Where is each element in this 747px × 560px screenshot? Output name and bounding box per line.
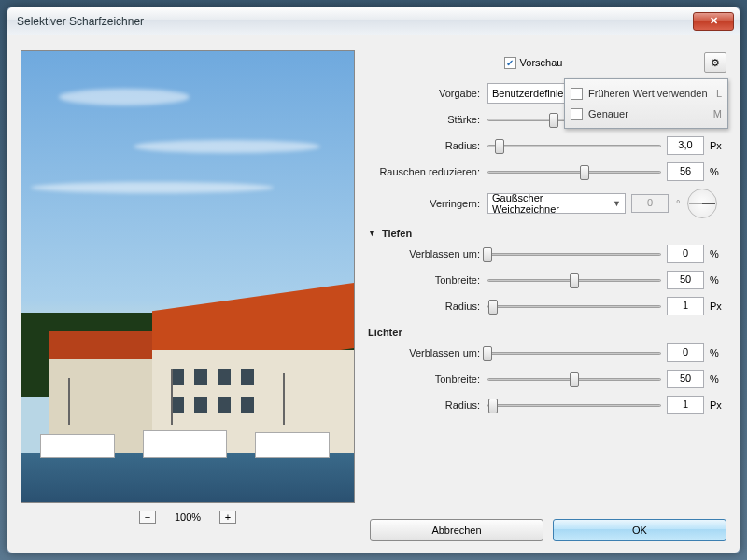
dialog-content: − 100% + ✔ Vorschau ⚙ Früheren Wert verw…: [7, 35, 740, 553]
preview-pane: − 100% +: [21, 50, 355, 539]
close-icon: ✕: [710, 15, 718, 27]
zoom-level: 100%: [175, 511, 201, 523]
popup-label-2: Genauer: [588, 108, 628, 119]
noise-label: Rauschen reduzieren:: [368, 166, 482, 177]
preview-checkbox-label: Vorschau: [520, 57, 563, 68]
angle-input[interactable]: 0: [631, 194, 669, 213]
shadows-fade-label: Verblassen um:: [368, 248, 482, 259]
zoom-bar: − 100% +: [139, 511, 236, 524]
angle-dial[interactable]: [687, 189, 717, 218]
ok-label: OK: [632, 525, 647, 536]
popup-checkbox-1[interactable]: [571, 88, 583, 100]
highlights-fade-unit: %: [710, 347, 726, 358]
radius-slider[interactable]: [487, 137, 661, 154]
shadows-fade-input[interactable]: 0: [667, 245, 704, 263]
highlights-tonal-unit: %: [710, 373, 726, 385]
collapse-icon: ▼: [368, 229, 376, 238]
shadows-radius-input[interactable]: 1: [667, 297, 704, 315]
preset-value: Benutzerdefiniert: [492, 88, 570, 99]
highlights-radius-label: Radius:: [368, 399, 482, 411]
highlights-fade-input[interactable]: 0: [667, 343, 704, 362]
highlights-radius-unit: Px: [710, 399, 726, 411]
popup-item-more-accurate[interactable]: Genauer M: [571, 104, 722, 124]
gear-icon: ⚙: [711, 57, 720, 69]
zoom-out-button[interactable]: −: [139, 511, 156, 524]
noise-slider[interactable]: [487, 163, 661, 180]
popup-key-1: L: [716, 88, 722, 99]
zoom-in-button[interactable]: +: [219, 511, 236, 524]
ok-button[interactable]: OK: [553, 519, 726, 541]
settings-popup: Früheren Wert verwenden L Genauer M: [564, 78, 728, 129]
cancel-button[interactable]: Abbrechen: [370, 519, 543, 541]
highlights-tonal-slider[interactable]: [487, 371, 661, 387]
shadows-radius-unit: Px: [710, 301, 726, 312]
controls-pane: ✔ Vorschau ⚙ Früheren Wert verwenden L G…: [368, 50, 726, 539]
dialog-footer: Abbrechen OK: [370, 519, 726, 541]
reduce-dropdown[interactable]: Gaußscher Weichzeichner ▼: [487, 193, 626, 214]
reduce-label: Verringern:: [368, 198, 482, 209]
popup-key-2: M: [713, 108, 722, 119]
highlights-fade-label: Verblassen um:: [368, 347, 482, 358]
shadows-tonal-input[interactable]: 50: [667, 271, 704, 289]
degree-symbol: °: [676, 198, 680, 209]
noise-input[interactable]: 56: [667, 162, 704, 181]
radius-label: Radius:: [368, 140, 482, 151]
cancel-label: Abbrechen: [431, 525, 481, 536]
shadows-fade-slider[interactable]: [487, 245, 661, 262]
highlights-radius-slider[interactable]: [487, 397, 661, 413]
close-button[interactable]: ✕: [693, 12, 734, 31]
radius-unit: Px: [710, 140, 726, 151]
preset-label: Vorgabe:: [368, 88, 482, 99]
highlights-radius-input[interactable]: 1: [667, 396, 704, 414]
dialog-window: Selektiver Scharfzeichner ✕: [7, 7, 740, 553]
highlights-tonal-input[interactable]: 50: [667, 370, 704, 388]
noise-unit: %: [710, 166, 726, 177]
preview-image[interactable]: [21, 50, 355, 503]
shadows-section-header[interactable]: ▼ Tiefen: [368, 228, 726, 239]
popup-checkbox-2[interactable]: [571, 108, 583, 120]
shadows-radius-label: Radius:: [368, 301, 482, 312]
highlights-title: Lichter: [368, 327, 402, 338]
shadows-tonal-unit: %: [710, 274, 726, 286]
shadows-fade-unit: %: [710, 248, 726, 259]
window-title: Selektiver Scharfzeichner: [17, 15, 693, 28]
radius-input[interactable]: 3,0: [667, 136, 704, 155]
shadows-title: Tiefen: [382, 228, 412, 239]
reduce-value: Gaußscher Weichzeichner: [492, 192, 613, 215]
highlights-tonal-label: Tonbreite:: [368, 373, 482, 385]
shadows-tonal-slider[interactable]: [487, 272, 661, 288]
popup-item-prev-value[interactable]: Früheren Wert verwenden L: [571, 83, 722, 104]
settings-button[interactable]: ⚙: [704, 52, 726, 73]
highlights-section-header: Lichter: [368, 327, 726, 338]
amount-label: Stärke:: [368, 114, 482, 125]
preview-checkbox[interactable]: ✔: [504, 57, 516, 69]
shadows-radius-slider[interactable]: [487, 298, 661, 315]
title-bar[interactable]: Selektiver Scharfzeichner ✕: [7, 7, 740, 35]
shadows-tonal-label: Tonbreite:: [368, 274, 482, 286]
chevron-down-icon: ▼: [613, 199, 621, 208]
popup-label-1: Früheren Wert verwenden: [588, 88, 708, 99]
highlights-fade-slider[interactable]: [487, 344, 661, 361]
